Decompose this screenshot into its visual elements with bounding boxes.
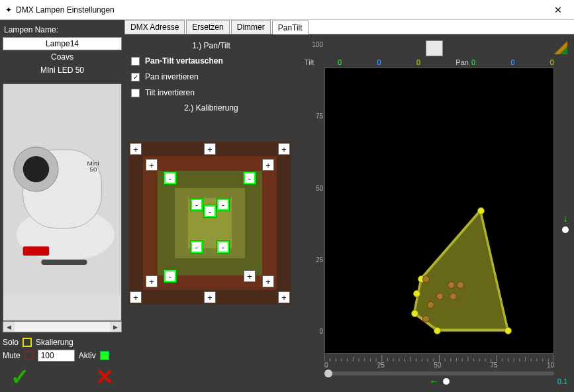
mute-checkbox[interactable] — [24, 351, 34, 360]
fixture-image: Mini 50 — [3, 83, 122, 321]
window-title: DMX Lampen Einstellungen — [12, 5, 548, 15]
left-panel: Lampen Name: Coavs MIni LED 50 Mini 50 ◀… — [0, 20, 124, 392]
heading-pantilt: 1.) Pan/Tilt — [128, 38, 294, 53]
aktiv-checkbox[interactable] — [100, 351, 109, 360]
options-column: 1.) Pan/Tilt Pan-Tilt vertauschen ✓ Pan … — [128, 38, 294, 388]
svg-text:50: 50 — [90, 166, 97, 173]
tab-ersetzen[interactable]: Ersetzen — [186, 20, 229, 34]
cal-point-button[interactable]: + — [204, 291, 216, 303]
plot-point[interactable] — [436, 293, 444, 300]
plot-point[interactable] — [504, 327, 512, 334]
fixture-svg: Mini 50 — [3, 84, 121, 293]
cal-point-button[interactable]: + — [262, 159, 274, 171]
solo-checkbox[interactable] — [23, 338, 32, 347]
heading-calibration: 2.) Kalibrierung — [128, 101, 294, 115]
cal-point-button[interactable]: + — [204, 143, 216, 155]
title-bar: ✦ DMX Lampen Einstellungen ✕ — [0, 0, 574, 20]
cal-point-button[interactable]: + — [130, 291, 142, 303]
arrow-left-icon[interactable]: ← — [430, 376, 439, 387]
svg-point-4 — [23, 156, 50, 183]
plot-point[interactable] — [411, 310, 418, 317]
cal-point-button[interactable]: - — [164, 172, 176, 184]
image-scrollbar[interactable]: ◀ ▶ — [3, 321, 122, 332]
close-button[interactable]: ✕ — [548, 3, 569, 17]
cal-point-button[interactable]: - — [191, 199, 203, 211]
y-axis: 1007550250 — [307, 38, 323, 348]
plot-point[interactable] — [413, 290, 420, 297]
pan-axis-label: Pan — [455, 58, 469, 66]
lamp-name-input[interactable] — [3, 37, 122, 50]
cal-point-button[interactable]: + — [130, 143, 142, 155]
plot-point[interactable] — [422, 275, 430, 283]
svg-rect-6 — [41, 260, 87, 265]
tab-bar: DMX AdresseErsetzenDimmerPanTilt — [124, 20, 574, 34]
cal-point-button[interactable]: + — [146, 159, 158, 171]
pan-invert-checkbox[interactable]: ✓ — [131, 73, 140, 81]
color-swatch[interactable] — [426, 40, 443, 56]
ok-button[interactable]: ✓ — [11, 366, 29, 388]
scroll-right-icon[interactable]: ▶ — [110, 322, 121, 332]
pan-invert-label: Pan invertieren — [145, 72, 199, 81]
swap-checkbox[interactable] — [131, 57, 140, 66]
cal-point-button[interactable]: + — [278, 143, 290, 155]
right-side-controls[interactable]: ↓ — [562, 213, 569, 233]
vendor-label: Coavs — [3, 50, 122, 64]
app-icon: ✦ — [5, 5, 12, 15]
cal-point-button[interactable]: + — [278, 291, 290, 303]
plot-point[interactable] — [477, 207, 485, 215]
plot-point[interactable] — [457, 281, 464, 289]
pan-tilt-plot[interactable] — [324, 68, 554, 354]
cal-point-button[interactable]: + — [146, 275, 158, 287]
plot-point[interactable] — [448, 281, 455, 289]
cal-point-button[interactable]: - — [244, 172, 256, 184]
skalierung-label: Skalierung — [36, 338, 73, 347]
right-panel: DMX AdresseErsetzenDimmerPanTilt 1.) Pan… — [124, 20, 574, 392]
tilt-invert-checkbox[interactable] — [131, 89, 140, 97]
model-label: MIni LED 50 — [3, 64, 122, 77]
footer-value: 0.1 — [557, 377, 567, 385]
cal-point-button[interactable]: - — [164, 270, 176, 282]
swap-label: Pan-Tilt vertauschen — [145, 56, 223, 66]
lamp-name-label: Lampen Name: — [3, 23, 122, 37]
mute-value-input[interactable] — [38, 350, 75, 362]
cancel-button[interactable]: ✕ — [95, 366, 114, 388]
tab-dimmer[interactable]: Dimmer — [231, 20, 271, 34]
calibration-grid[interactable]: +++++--------++++++ — [128, 142, 291, 305]
footer-dot[interactable] — [443, 378, 450, 385]
plot-point[interactable] — [427, 301, 434, 309]
top-axis-labels: Tilt 0 0 0 Pan0 0 0 — [298, 58, 570, 68]
x-axis: 025507510 — [324, 355, 554, 375]
scroll-left-icon[interactable]: ◀ — [3, 322, 15, 332]
cal-point-button[interactable]: - — [217, 199, 229, 211]
cal-point-button[interactable]: + — [262, 275, 274, 287]
cal-point-button[interactable]: - — [217, 241, 229, 253]
mute-label: Mute — [3, 351, 21, 360]
cal-point-button[interactable]: + — [244, 270, 256, 282]
x-ticks — [324, 355, 554, 362]
tab-dmx-adresse[interactable]: DMX Adresse — [124, 20, 185, 34]
svg-rect-5 — [23, 246, 50, 256]
solo-label: Solo — [3, 338, 19, 347]
svg-marker-11 — [414, 211, 508, 330]
corner-flag-icon[interactable] — [554, 41, 567, 54]
side-dot[interactable] — [562, 226, 569, 233]
arrow-down-icon[interactable]: ↓ — [563, 213, 568, 224]
aktiv-label: Aktiv — [79, 351, 96, 360]
plot-column: Tilt 0 0 0 Pan0 0 0 1007550250 ↓ — [298, 38, 570, 388]
cal-point-button[interactable]: - — [204, 205, 216, 217]
tilt-invert-label: Tilt invertieren — [145, 88, 195, 97]
cal-point-button[interactable]: - — [191, 241, 203, 253]
tab-pantilt[interactable]: PanTilt — [272, 21, 309, 34]
plot-point[interactable] — [434, 327, 441, 334]
